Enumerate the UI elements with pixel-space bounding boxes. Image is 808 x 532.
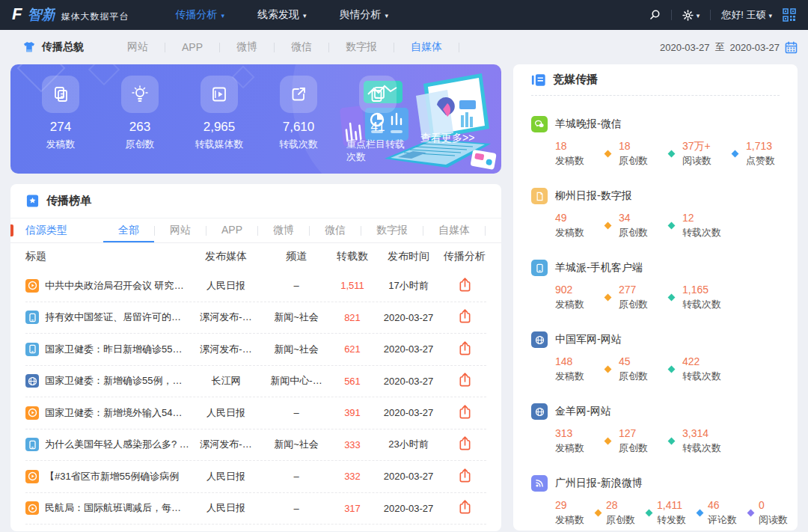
qr-code-icon[interactable] [783,8,796,22]
spread-analysis-icon[interactable] [458,372,472,388]
subnav-tab[interactable]: 微博 [220,40,274,54]
repost-count: 1,511 [331,280,374,291]
stat-value: 902 [555,283,597,296]
ranking-tab[interactable]: 微博 [258,218,309,242]
banner-stat: 41 重点栏目转载次数 [347,76,408,163]
ranking-tab[interactable]: 网站 [155,218,206,242]
user-menu[interactable]: 您好! 王硕 ▾ [721,8,772,22]
repost-count: 391 [331,407,374,418]
subnav-tab[interactable]: 微信 [275,40,328,54]
banner-stat-value: 41 [371,120,385,135]
top-navigation: 传播分析▾线索发现▾舆情分析▾ [175,8,388,22]
article-title: 持有效中国签证、居留许可的外… [45,311,190,324]
competitor-name-link[interactable]: 柳州日报-数字报 [531,188,780,204]
diamond-separator-icon [668,293,676,301]
banner-stat-label: 重点栏目转载次数 [346,138,409,163]
search-icon[interactable] [649,9,661,21]
ranking-tab[interactable]: 微信 [310,218,361,242]
settings-gear-button[interactable]: ▾ [682,10,700,21]
stat-value: 148 [555,355,597,368]
documents-icon [42,76,79,113]
logo[interactable]: F 智新 媒体大数据平台 [12,5,129,25]
ranking-tab[interactable]: 数字报 [361,218,423,242]
ranking-tab[interactable]: 自媒体 [423,218,485,242]
competitor-name-link[interactable]: 中国军网-网站 [531,331,780,348]
competitor-header: 竞媒传播 [531,64,780,96]
subnav-tab[interactable]: 自媒体 [394,40,459,54]
article-title-link[interactable]: 国家卫健委：新增确诊55例，其… [25,374,190,388]
topnav-item[interactable]: 传播分析▾ [175,8,224,22]
publish-time: 2020-03-27 [374,503,443,514]
banner-stat-value: 7,610 [283,120,315,135]
competitor-stat: 277 原创数 [619,283,661,311]
stat-value: 1,411 [657,498,692,512]
topnav-item[interactable]: 线索发现▾ [257,8,307,22]
competitor-name-link[interactable]: 羊城派-手机客户端 [531,260,780,276]
stat-value: 277 [619,283,661,296]
ranking-tab[interactable]: APP [206,218,257,242]
left-column: 274 发稿数 263 原创数 2,965 转载媒体数 7,610 转载次数 4… [10,64,501,531]
article-title-link[interactable]: 中共中央政治局召开会议 研究部署 [25,279,190,293]
article-title: 为什么美国年轻人感染那么多? … [45,438,189,451]
see-more-link[interactable]: 查看更多>> [420,132,474,145]
stat-label: 原创数 [619,226,661,239]
paper-media-icon [531,188,548,204]
competitor-stat: 18 原创数 [619,139,661,168]
stat-label: 原创数 [619,370,661,383]
share-out-icon [280,76,317,113]
article-title-link[interactable]: 国家卫健委：昨日新增确诊55例… [25,343,190,356]
competitor-stat: 1,411 转发数 [657,498,692,527]
diamond-separator-icon [668,221,676,229]
stat-label: 发稿数 [555,226,597,239]
source-type-filter[interactable]: 信源类型 [25,224,67,237]
diamond-separator-icon [605,437,612,444]
ranking-header: 传播榜单 [10,184,501,218]
competitor-stat: 1,165 转载次数 [682,283,724,311]
publish-media: 漯河发布-… [190,438,262,451]
article-title-link[interactable]: 为什么美国年轻人感染那么多? … [25,438,190,451]
stat-value: 34 [619,211,661,224]
spread-analysis-icon[interactable] [458,435,472,451]
stat-value: 37万+ [682,139,724,153]
competitor-name-link[interactable]: 广州日报-新浪微博 [531,475,780,492]
subnav-item-overview[interactable]: 传播总貌 [22,40,84,54]
spread-analysis-icon[interactable] [458,468,472,483]
divider [485,226,486,236]
article-title: 中共中央政治局召开会议 研究部署 [45,279,190,293]
subnav-tab[interactable]: 数字报 [329,40,394,54]
article-title-link[interactable]: 持有效中国签证、居留许可的外… [25,311,190,324]
spread-analysis-icon[interactable] [458,308,472,324]
diamond-separator-icon [668,150,676,157]
competitor-name: 羊城晚报-微信 [555,117,622,131]
diamond-separator-icon [668,437,676,444]
repost-count: 821 [331,312,374,323]
spread-analysis-icon[interactable] [458,340,472,356]
spread-analysis-icon[interactable] [458,499,472,515]
channel: – [262,503,331,514]
article-title-link[interactable]: 民航局：国际航班调减后，每天… [25,501,190,515]
date-range-picker[interactable]: 2020-03-27 至 2020-03-27 [660,40,798,54]
date-to: 2020-03-27 [730,42,780,53]
competitor-name-link[interactable]: 羊城晚报-微信 [531,116,780,132]
spread-analysis-icon[interactable] [458,404,472,420]
table-row: 持有效中国签证、居留许可的外… 漯河发布-… 新闻~社会 821 2020-03… [25,302,486,334]
video-book-icon [201,76,238,113]
article-title-link[interactable]: 【#31省区市新增55例确诊病例 [25,470,190,483]
divider [459,43,459,52]
competitor-stat: 3,314 转载次数 [682,426,724,455]
ranking-tab[interactable]: 全部 [103,218,154,242]
channel: 新闻~社会 [262,438,331,451]
competitor-name-link[interactable]: 金羊网-网站 [531,403,780,420]
topnav-item[interactable]: 舆情分析▾ [340,8,389,22]
spread-ranking-panel: 传播榜单 信源类型 全部网站APP微博微信数字报自媒体 标题发布媒体频道转载数发… [10,184,501,531]
spread-analysis-icon[interactable] [458,277,472,293]
stat-label: 阅读数 [759,513,794,527]
subnav-tab[interactable]: 网站 [111,40,165,54]
stat-value: 0 [759,498,794,512]
article-title-link[interactable]: 国家卫健委：新增境外输入54例 … [25,406,190,420]
competitor-stat: 902 发稿数 [555,283,597,311]
stat-label: 发稿数 [555,513,590,527]
subnav: 传播总貌 网站APP微博微信数字报自媒体 2020-03-27 至 2020-0… [0,30,808,64]
platform-name: 媒体大数据平台 [61,10,129,23]
subnav-tab[interactable]: APP [165,41,219,53]
